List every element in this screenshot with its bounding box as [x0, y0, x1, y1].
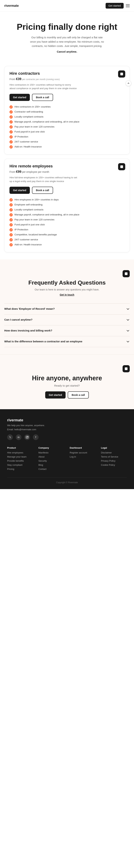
footer-link-contact[interactable]: Contact [38, 468, 64, 470]
check-icon [9, 120, 13, 124]
faq-item-1[interactable]: What does 'Employer of Record' mean? [4, 304, 130, 314]
list-item: 24/7 customer service [9, 238, 125, 241]
contractors-price: From €39 per contractor per month (comin… [9, 77, 125, 81]
footer-link-hire-employees[interactable]: Hire employees [7, 451, 33, 454]
cta-title: Hire anyone, anywhere [4, 374, 130, 382]
linkedin-icon[interactable]: in [16, 434, 22, 440]
footer-link-manage-team[interactable]: Manage your team [7, 456, 33, 458]
footer-company-links: Manifesto About Security Blog Contact [38, 451, 64, 470]
pricing-card-contractors: Hire contractors From €39 per contractor… [4, 66, 130, 155]
footer-link-pricing[interactable]: Pricing [7, 468, 33, 470]
cta-book-call-button[interactable]: Book a call [68, 392, 89, 399]
employees-price-amount: €99 [16, 170, 22, 174]
footer-col-product-title: Product [7, 446, 33, 449]
employees-price-suffix: per employee per month [22, 170, 49, 173]
feature-text: Manage payroll, compliance and onboardin… [15, 213, 79, 216]
faq-item-2[interactable]: Can I cancel anytime? [4, 314, 130, 325]
check-icon [9, 238, 13, 241]
twitter-icon[interactable]: 𝕏 [7, 434, 13, 440]
check-icon [9, 208, 13, 212]
cta-get-started-button[interactable]: Get started [45, 392, 65, 399]
footer-col-legal-title: Legal [101, 446, 127, 449]
feature-text: Locally compliant contracts [15, 208, 44, 212]
scroll-hint-contractors [126, 81, 131, 86]
navbar-get-started-button[interactable]: Get started [106, 3, 124, 8]
faq-card-icon [123, 270, 130, 277]
employees-buttons: Get started Book a call [9, 187, 125, 194]
footer-dashboard-links: Register account Log in [70, 451, 96, 458]
square-icon [124, 367, 128, 371]
footer-email-label: Email: [7, 428, 14, 431]
feature-text: Employee self-onboarding [15, 203, 43, 207]
footer-copyright: Copyright © Rivermate [7, 477, 127, 484]
employees-book-call-button[interactable]: Book a call [32, 187, 53, 194]
faq-question-2: Can I cancel anytime? [4, 318, 126, 321]
list-item: Fund payroll in just one click [9, 223, 125, 226]
feature-text: Add-on: Health insurance [15, 243, 42, 246]
feature-text: IP Protection [15, 228, 28, 231]
employees-get-started-button[interactable]: Get started [9, 187, 30, 194]
employees-description: Hire full-time employees in 150+ countri… [9, 176, 77, 183]
faq-section: Frequently Asked Questions Our team is h… [0, 259, 134, 354]
footer-link-security[interactable]: Security [38, 460, 64, 462]
footer-link-stay-compliant[interactable]: Stay compliant [7, 464, 33, 466]
check-icon [9, 233, 13, 237]
footer-tagline: We help you hire anyone, anywhere. [7, 424, 127, 427]
chevron-down-icon [126, 340, 130, 343]
footer-link-blog[interactable]: Blog [38, 464, 64, 466]
list-item: Competitive, localized benefits package [9, 233, 125, 237]
menu-button[interactable] [126, 4, 130, 7]
hero-cancel: Cancel anytime. [29, 50, 105, 54]
footer-link-login[interactable]: Log in [70, 456, 96, 458]
list-item: Pay your team in over 120 currencies [9, 125, 125, 129]
check-icon [9, 218, 13, 221]
footer-social: 𝕏 in f [7, 434, 127, 440]
hamburger-line-3 [126, 7, 130, 7]
logo: rivermate [4, 4, 19, 8]
employees-features: Hire employees in 150+ countries in days… [9, 198, 125, 246]
instagram-icon[interactable] [24, 434, 30, 440]
check-icon [9, 125, 13, 129]
list-item: Contractor self-onboarding [9, 110, 125, 114]
footer-link-tos[interactable]: Terms of Service [101, 456, 127, 458]
hero-section: Pricing finally done right Our billing i… [0, 11, 134, 62]
footer-email: Email: hello@rivermate.com [7, 428, 127, 431]
footer-link-disclaimer[interactable]: Disclaimer [101, 451, 127, 454]
check-icon [9, 228, 13, 231]
feature-text: 24/7 customer service [15, 140, 38, 144]
feature-text: Pay your team in over 120 currencies [15, 218, 54, 221]
contractors-book-call-button[interactable]: Book a call [32, 94, 53, 101]
contractors-features: Hire contractors in 150+ countries Contr… [9, 105, 125, 149]
contractors-buttons: Get started Book a call [9, 94, 125, 101]
chevron-down-icon [126, 307, 130, 311]
faq-item-4[interactable]: What is the difference between a contrac… [4, 336, 130, 347]
list-item: Pay your team in over 120 currencies [9, 218, 125, 221]
hamburger-line-2 [126, 5, 130, 6]
footer-email-address[interactable]: hello@rivermate.com [14, 428, 36, 431]
check-icon [9, 223, 13, 226]
faq-item-3[interactable]: How does invoicing and billing work? [4, 325, 130, 336]
svg-rect-3 [125, 367, 128, 370]
square-icon [124, 272, 128, 276]
footer-legal-links: Disclaimer Terms of Service Privacy Poli… [101, 451, 127, 466]
contractors-get-started-button[interactable]: Get started [9, 94, 30, 101]
list-item: Locally compliant contracts [9, 115, 125, 119]
footer-link-manifesto[interactable]: Manifesto [38, 451, 64, 454]
feature-text: 24/7 customer service [15, 238, 38, 241]
footer-link-provide-benefits[interactable]: Provide benefits [7, 460, 33, 462]
check-icon [9, 203, 13, 207]
scroll-up-icon [127, 82, 130, 84]
feature-text: IP Protection [15, 135, 28, 138]
check-icon [9, 198, 13, 202]
check-icon [9, 140, 13, 144]
footer-link-about[interactable]: About [38, 456, 64, 458]
faq-get-in-touch[interactable]: Get in touch [60, 293, 74, 296]
feature-text: Fund payroll in just one click [15, 130, 45, 133]
footer-link-privacy[interactable]: Privacy Policy [101, 460, 127, 462]
footer-product-links: Hire employees Manage your team Provide … [7, 451, 33, 470]
facebook-icon[interactable]: f [33, 434, 38, 440]
footer-brand: rivermate We help you hire anyone, anywh… [7, 418, 127, 431]
footer-link-register[interactable]: Register account [70, 451, 96, 454]
footer-link-cookie[interactable]: Cookie Policy [101, 464, 127, 466]
chevron-down-icon [126, 329, 130, 333]
